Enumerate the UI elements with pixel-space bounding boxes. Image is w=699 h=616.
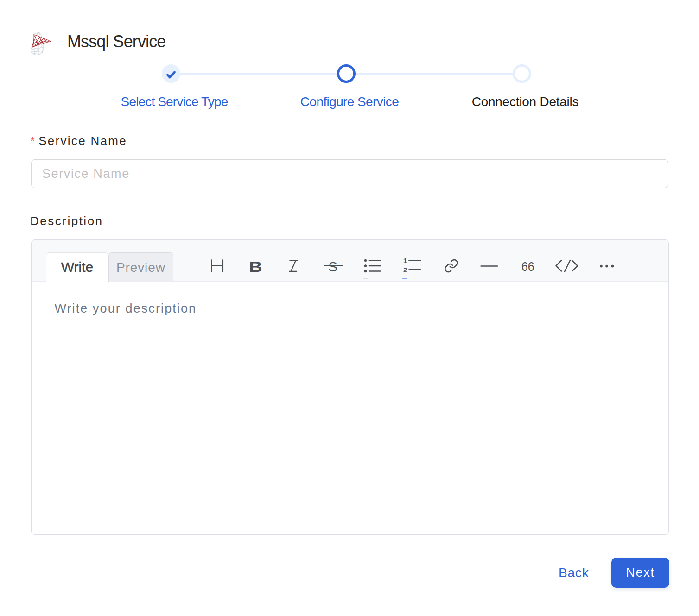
svg-text:66: 66 [521, 260, 534, 274]
svg-text:S: S [328, 259, 337, 274]
svg-text:B: B [249, 258, 262, 275]
svg-text:1: 1 [403, 257, 407, 264]
svg-text:2: 2 [403, 266, 407, 274]
